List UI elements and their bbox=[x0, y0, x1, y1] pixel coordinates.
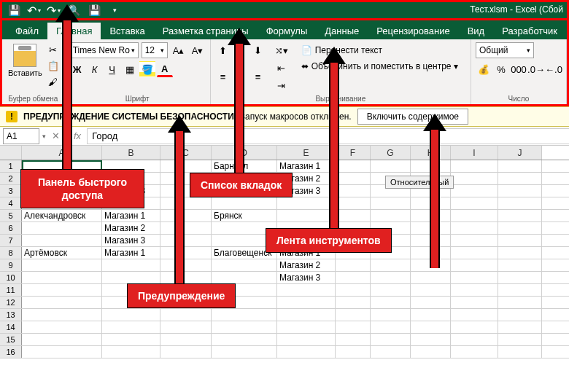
cell[interactable] bbox=[451, 235, 498, 246]
font-name-dropdown[interactable]: Times New Ro ▾ bbox=[69, 42, 139, 58]
cell[interactable]: Магазин 2 bbox=[277, 259, 336, 271]
cell[interactable] bbox=[451, 210, 498, 222]
fill-color-icon[interactable]: 🪣 bbox=[139, 61, 155, 77]
save-as-icon[interactable]: 💾 bbox=[87, 3, 101, 17]
cell[interactable] bbox=[160, 259, 212, 271]
cell[interactable] bbox=[102, 259, 160, 271]
cell[interactable] bbox=[22, 309, 102, 321]
decrease-font-icon[interactable]: A▾ bbox=[190, 42, 206, 58]
cell[interactable] bbox=[451, 309, 498, 321]
row-header[interactable]: 9 bbox=[0, 259, 22, 271]
cell[interactable] bbox=[451, 222, 498, 234]
cell[interactable] bbox=[498, 321, 542, 333]
cell[interactable] bbox=[160, 309, 212, 321]
tab-insert[interactable]: Вставка bbox=[101, 23, 153, 39]
cell[interactable] bbox=[371, 346, 411, 358]
cell[interactable] bbox=[411, 346, 451, 358]
tab-review[interactable]: Рецензирование bbox=[368, 23, 458, 39]
cell[interactable] bbox=[451, 173, 498, 184]
cell[interactable] bbox=[411, 334, 451, 345]
cell[interactable] bbox=[371, 334, 411, 345]
enable-content-button[interactable]: Включить содержимое bbox=[357, 109, 468, 125]
column-header[interactable]: J bbox=[498, 146, 542, 160]
cell[interactable] bbox=[451, 334, 498, 345]
cell[interactable] bbox=[498, 235, 542, 246]
cancel-icon[interactable]: ✕ bbox=[52, 130, 60, 141]
cell[interactable] bbox=[451, 297, 498, 308]
cell[interactable]: Алекчандровск bbox=[22, 210, 102, 222]
percent-icon[interactable]: % bbox=[493, 61, 509, 77]
row-header[interactable]: 13 bbox=[0, 309, 22, 321]
row-header[interactable]: 16 bbox=[0, 346, 22, 358]
cell[interactable] bbox=[451, 346, 498, 358]
cell[interactable] bbox=[371, 297, 411, 308]
cell[interactable] bbox=[336, 160, 371, 172]
cell[interactable] bbox=[22, 272, 102, 283]
cell[interactable] bbox=[160, 272, 212, 283]
decrease-indent-icon[interactable]: ⇤ bbox=[274, 60, 290, 76]
cell[interactable] bbox=[336, 173, 371, 184]
row-header[interactable]: 4 bbox=[0, 197, 22, 209]
cell[interactable] bbox=[451, 259, 498, 271]
cell[interactable] bbox=[498, 284, 542, 296]
cell[interactable] bbox=[451, 185, 498, 197]
cell[interactable] bbox=[336, 272, 371, 283]
cell[interactable] bbox=[102, 272, 160, 283]
font-color-icon[interactable]: A bbox=[157, 61, 173, 77]
cell[interactable] bbox=[411, 297, 451, 308]
cell[interactable] bbox=[451, 272, 498, 283]
cell[interactable]: Магазин 1 bbox=[102, 247, 160, 259]
cell[interactable]: Магазин 1 bbox=[102, 210, 160, 222]
tell-me[interactable]: 💡 Что bbox=[566, 23, 569, 39]
format-painter-icon[interactable]: 🖌 bbox=[47, 76, 60, 87]
copy-icon[interactable]: 📋 bbox=[47, 60, 60, 71]
column-header[interactable]: G bbox=[371, 146, 411, 160]
cell[interactable] bbox=[498, 297, 542, 308]
font-size-dropdown[interactable]: 12 ▾ bbox=[142, 42, 168, 58]
cell[interactable] bbox=[212, 197, 277, 209]
cell[interactable] bbox=[411, 309, 451, 321]
cell[interactable] bbox=[336, 185, 371, 197]
relative-button[interactable]: Относительный bbox=[385, 176, 454, 189]
cell[interactable] bbox=[498, 334, 542, 345]
row-header[interactable]: 11 bbox=[0, 284, 22, 296]
cell[interactable] bbox=[336, 284, 371, 296]
column-header[interactable]: I bbox=[451, 146, 498, 160]
cell[interactable] bbox=[22, 284, 102, 296]
cell[interactable] bbox=[451, 321, 498, 333]
cell[interactable] bbox=[451, 197, 498, 209]
cell[interactable] bbox=[336, 259, 371, 271]
align-left-icon[interactable]: ≡ bbox=[215, 68, 231, 85]
cell[interactable] bbox=[160, 235, 212, 246]
decrease-decimal-icon[interactable]: ←.0 bbox=[546, 61, 562, 77]
orientation-icon[interactable]: ⤭▾ bbox=[274, 42, 290, 58]
increase-decimal-icon[interactable]: .0→ bbox=[528, 61, 544, 77]
row-header[interactable]: 8 bbox=[0, 247, 22, 259]
cell[interactable] bbox=[277, 346, 336, 358]
align-bottom-icon[interactable]: ⬇ bbox=[250, 42, 266, 58]
underline-button[interactable]: Ч bbox=[104, 61, 120, 77]
cell[interactable] bbox=[160, 334, 212, 345]
cell[interactable] bbox=[277, 297, 336, 308]
tab-data[interactable]: Данные bbox=[316, 23, 368, 39]
paste-button[interactable]: Вставить bbox=[7, 42, 44, 93]
cell[interactable] bbox=[498, 346, 542, 358]
cell[interactable] bbox=[498, 173, 542, 184]
cell[interactable] bbox=[212, 259, 277, 271]
customize-qat-icon[interactable]: ▾ bbox=[107, 3, 122, 17]
cell[interactable] bbox=[160, 321, 212, 333]
column-header[interactable]: D bbox=[212, 146, 277, 160]
cell[interactable] bbox=[498, 210, 542, 222]
row-header[interactable]: 5 bbox=[0, 210, 22, 222]
cell[interactable] bbox=[336, 321, 371, 333]
cell[interactable] bbox=[22, 235, 102, 246]
row-header[interactable]: 12 bbox=[0, 297, 22, 308]
row-header[interactable]: 6 bbox=[0, 222, 22, 234]
cell[interactable] bbox=[212, 346, 277, 358]
formula-input[interactable]: Город bbox=[87, 128, 569, 144]
cell[interactable] bbox=[498, 197, 542, 209]
cell[interactable] bbox=[22, 321, 102, 333]
cell[interactable] bbox=[277, 197, 336, 209]
row-header[interactable]: 1 bbox=[0, 160, 22, 172]
cell[interactable] bbox=[160, 197, 212, 209]
